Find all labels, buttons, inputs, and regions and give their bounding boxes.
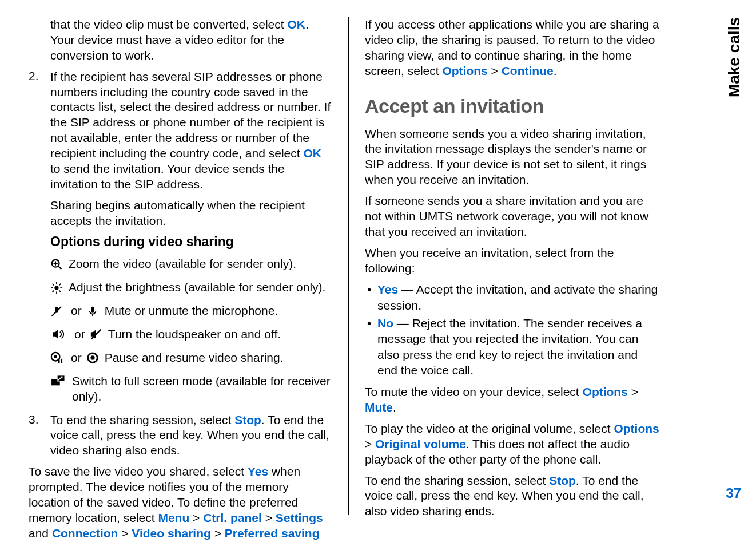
text: — Accept the invitation, and activate th… [377, 283, 658, 311]
svg-line-10 [59, 290, 61, 292]
paragraph-invitation-intro: When someone sends you a video sharing i… [365, 126, 659, 188]
text: To save the live video you shared, selec… [29, 465, 248, 478]
svg-rect-23 [61, 359, 62, 363]
fullscreen-icon [50, 375, 66, 387]
text: To end the sharing session, select [365, 474, 549, 487]
option-zoom: Zoom the video (available for sender onl… [50, 256, 332, 272]
bullet-icon: • [365, 282, 377, 313]
option-brightness: Adjust the brightness (available for sen… [50, 280, 332, 295]
paragraph-select-following: When you receive an invitation, select f… [365, 246, 659, 276]
text: To play the video at the original volume… [365, 422, 614, 435]
action-options: Options [583, 385, 628, 398]
svg-marker-17 [53, 330, 58, 339]
or-text: or [71, 303, 82, 319]
text: To mute the video on your device, select [365, 385, 583, 398]
separator: > [488, 64, 502, 77]
action-ok: OK [287, 18, 305, 31]
option-loudspeaker: or Turn the loudspeaker on and off. [50, 327, 332, 342]
action-ok: OK [303, 147, 321, 160]
action-settings: Settings [276, 511, 323, 524]
bullet-icon: • [365, 315, 377, 378]
action-menu: Menu [158, 511, 189, 524]
option-text: Turn the loudspeaker on and off. [108, 327, 332, 342]
svg-rect-15 [91, 306, 94, 312]
separator: > [118, 527, 132, 540]
separator: > [628, 385, 638, 398]
action-options: Options [614, 422, 659, 435]
action-stop: Stop [549, 474, 576, 487]
text: and [29, 527, 52, 540]
paragraph-convert: that the video clip must be converted, s… [50, 17, 332, 64]
action-connection: Connection [52, 527, 118, 540]
resume-icon [86, 351, 99, 364]
text: If the recipient has several SIP address… [50, 70, 331, 160]
text: that the video clip must be converted, s… [50, 18, 287, 31]
separator: > [262, 511, 276, 524]
paragraph-original-volume: To play the video at the original volume… [365, 421, 659, 468]
action-video-sharing: Video sharing [132, 527, 210, 540]
or-text: or [71, 350, 82, 366]
step-3: 3. To end the sharing session, select St… [29, 413, 332, 459]
option-text: Mute or unmute the microphone. [105, 303, 332, 319]
mic-icon [86, 305, 99, 318]
zoom-icon [50, 258, 63, 271]
bullet-yes: • Yes — Accept the invitation, and activ… [365, 282, 659, 313]
paragraph-mute: To mute the video on your device, select… [365, 385, 659, 416]
action-ctrl-panel: Ctrl. panel [203, 511, 262, 524]
heading-options-video-sharing: Options during video sharing [50, 234, 332, 250]
side-section-label: Make calls [725, 17, 743, 97]
or-text: or [74, 327, 85, 342]
paragraph-end-sharing: To end the sharing session, select Stop.… [365, 473, 659, 520]
svg-line-9 [53, 283, 54, 285]
page-number: 37 [726, 485, 741, 501]
pause-icon [50, 351, 63, 364]
speaker-on-icon [50, 328, 66, 341]
paragraph-save-video: To save the live video you shared, selec… [29, 464, 332, 546]
svg-line-11 [53, 290, 54, 292]
brightness-icon [50, 282, 63, 294]
svg-line-12 [59, 283, 61, 285]
action-options: Options [442, 64, 487, 77]
action-stop: Stop [234, 413, 261, 426]
bullet-no: • No — Reject the invitation. The sender… [365, 315, 659, 378]
right-column: If you access other applications while y… [349, 17, 672, 515]
step-number: 2. [29, 69, 50, 192]
text: — Reject the invitation. The sender rece… [377, 316, 642, 377]
separator: > [189, 511, 203, 524]
text: . [554, 64, 557, 77]
text: to send the invitation. Your device send… [50, 162, 285, 191]
text: . [393, 401, 396, 414]
svg-point-25 [90, 356, 94, 360]
option-text: Switch to full screen mode (available fo… [72, 374, 332, 405]
bullet-body: No — Reject the invitation. The sender r… [377, 315, 659, 378]
heading-accept-invitation: Accept an invitation [365, 95, 659, 117]
action-yes: Yes [248, 465, 268, 478]
option-pause: or Pause and resume video sharing. [50, 350, 332, 366]
svg-rect-22 [58, 359, 60, 363]
option-fullscreen: Switch to full screen mode (available fo… [50, 374, 332, 405]
action-continue: Continue [502, 64, 554, 77]
mic-mute-icon [50, 305, 63, 318]
option-text: Zoom the video (available for sender onl… [69, 256, 332, 272]
speaker-off-icon [90, 328, 102, 341]
step-2: 2. If the recipient has several SIP addr… [29, 69, 332, 192]
action-mute: Mute [365, 401, 393, 414]
option-text: Pause and resume video sharing. [105, 350, 332, 366]
text: . [75, 542, 79, 547]
paragraph-umts: If someone sends you a share invitation … [365, 193, 659, 240]
svg-line-1 [58, 266, 62, 270]
option-text: Adjust the brightness (available for sen… [69, 280, 332, 295]
option-mute: or Mute or unmute the microphone. [50, 303, 332, 319]
step-number: 3. [29, 413, 50, 459]
separator: > [211, 527, 225, 540]
page-content: that the video clip must be converted, s… [29, 17, 733, 515]
separator: > [365, 437, 375, 450]
svg-point-4 [54, 286, 58, 290]
bullet-body: Yes — Accept the invitation, and activat… [377, 282, 659, 313]
action-original-volume: Original volume [375, 437, 466, 450]
action-yes: Yes [377, 283, 398, 296]
left-column: that the video clip must be converted, s… [29, 17, 349, 515]
text: To end the sharing session, select [50, 413, 234, 426]
svg-point-21 [54, 355, 57, 359]
paragraph-other-apps: If you access other applications while y… [365, 17, 659, 79]
